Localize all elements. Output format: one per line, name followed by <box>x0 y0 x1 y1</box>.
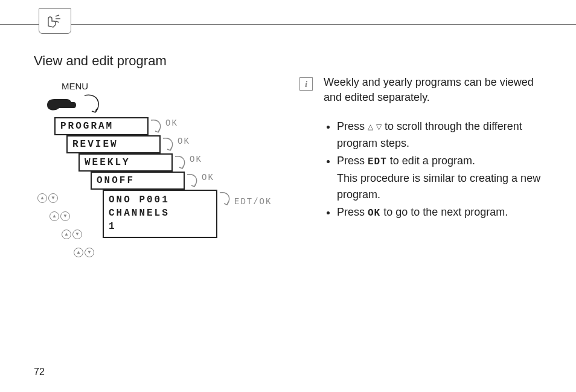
lcd-action-ok: OK <box>190 155 202 164</box>
lcd-step-details: ONO P001 CHANNELS 1 <box>103 190 217 238</box>
section-tab <box>39 8 71 34</box>
instruction-item: Press OK to go to the next program. <box>337 204 553 222</box>
lcd-action-ok: OK <box>178 137 190 146</box>
updown-icon: ▲▼ <box>74 248 94 257</box>
lcd-step-weekly: WEEKLY <box>78 153 173 172</box>
text: Press <box>337 206 368 218</box>
updown-icon: ▲▼ <box>62 230 82 239</box>
arrow-icon <box>162 137 178 154</box>
lcd-detail-line: CHANNELS <box>109 207 211 220</box>
instruction-item: Press EDT to edit a program. This proced… <box>337 153 553 203</box>
touch-hand-icon <box>45 13 65 30</box>
menu-label: MENU <box>62 81 88 91</box>
lcd-detail-line: ONO P001 <box>109 193 211 207</box>
lcd-action-edt-ok: EDT/OK <box>234 197 272 207</box>
arrow-icon <box>186 173 202 190</box>
lcd-step-program: PROGRAM <box>54 117 149 135</box>
page-top-rule-left <box>0 24 39 25</box>
up-triangle-icon: △ <box>368 119 373 135</box>
key-edt: EDT <box>368 156 387 167</box>
info-note: Weekly and yearly programs can be viewed… <box>324 75 541 105</box>
text: to edit a program. <box>387 155 475 167</box>
updown-icon: ▲▼ <box>50 211 70 221</box>
key-ok: OK <box>368 208 380 219</box>
text: This procedure is similar to creating a … <box>337 172 540 201</box>
instruction-item: Press △ ▽ to scroll through the differen… <box>337 118 553 152</box>
arrow-icon <box>174 155 190 172</box>
text: Press <box>337 155 368 167</box>
lcd-step-onoff: ONOFF <box>91 172 185 190</box>
updown-icon: ▲▼ <box>37 193 58 203</box>
lcd-action-ok: OK <box>165 118 178 128</box>
lcd-step-review: REVIEW <box>66 135 161 153</box>
page-top-rule-right <box>71 24 576 25</box>
lcd-action-ok: OK <box>202 173 214 182</box>
down-triangle-icon: ▽ <box>376 119 382 135</box>
lcd-detail-line: 1 <box>109 220 211 233</box>
section-heading: View and edit program <box>34 53 167 69</box>
info-icon: i <box>299 77 313 91</box>
arrow-icon <box>219 191 234 208</box>
instructions-list: Press △ ▽ to scroll through the differen… <box>324 118 553 223</box>
arrow-icon <box>150 119 165 136</box>
text: to go to the next program. <box>380 206 508 218</box>
page-number: 72 <box>34 367 45 378</box>
text: Press <box>337 120 368 132</box>
